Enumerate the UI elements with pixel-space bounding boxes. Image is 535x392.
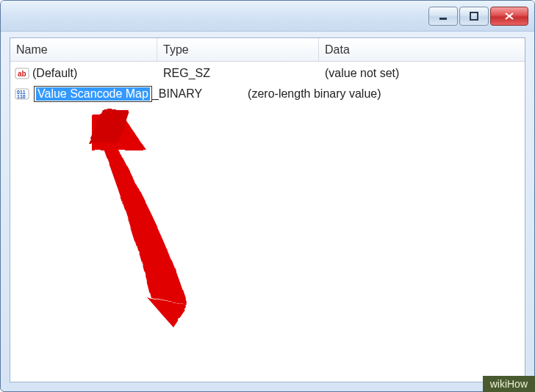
svg-text:ab: ab xyxy=(18,70,26,78)
minimize-button[interactable] xyxy=(428,7,458,26)
svg-rect-0 xyxy=(439,18,447,20)
registry-list-panel: Name Type Data ab (Default) REG_SZ (valu… xyxy=(10,37,525,382)
table-row[interactable]: 011 110 Value Scancode Map _BINARY (zero… xyxy=(10,84,525,104)
value-type: REG_SZ xyxy=(157,67,319,80)
maximize-icon xyxy=(469,11,479,21)
close-icon xyxy=(503,11,515,21)
column-header-type[interactable]: Type xyxy=(157,38,319,61)
minimize-icon xyxy=(438,11,448,21)
list-header: Name Type Data xyxy=(10,38,525,62)
window-frame: Name Type Data ab (Default) REG_SZ (valu… xyxy=(0,0,535,392)
reg-string-icon: ab xyxy=(15,67,29,80)
close-button[interactable] xyxy=(490,7,528,26)
value-name: (Default) xyxy=(32,67,77,80)
svg-rect-1 xyxy=(470,12,478,20)
maximize-button[interactable] xyxy=(459,7,489,26)
wikihow-watermark: wikiHow xyxy=(483,376,535,392)
value-data: (value not set) xyxy=(319,67,525,80)
titlebar xyxy=(1,1,534,32)
column-header-data[interactable]: Data xyxy=(319,38,525,61)
value-type: _BINARY xyxy=(152,87,202,101)
reg-binary-icon: 011 110 xyxy=(15,87,29,101)
svg-text:110: 110 xyxy=(17,94,26,99)
rename-input-text: Value Scancode Map xyxy=(36,87,150,101)
rename-input[interactable]: Value Scancode Map xyxy=(34,86,152,102)
list-body: ab (Default) REG_SZ (value not set) 011 … xyxy=(10,62,525,104)
value-data: (zero-length binary value) xyxy=(202,87,525,101)
column-header-name[interactable]: Name xyxy=(10,38,157,61)
table-row[interactable]: ab (Default) REG_SZ (value not set) xyxy=(10,63,525,84)
